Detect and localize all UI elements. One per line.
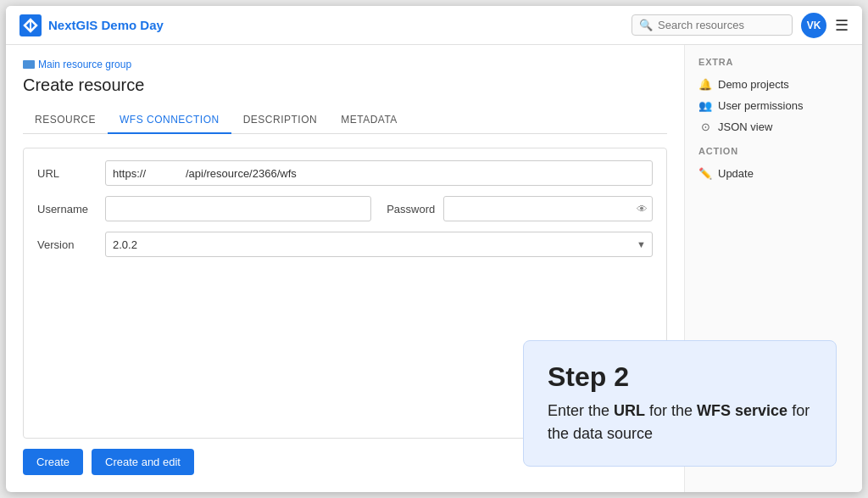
version-row: Version 2.0.2 1.1.0 1.0.0 ▼ (37, 232, 653, 257)
version-label: Version (37, 238, 97, 251)
hint-box: Step 2 Enter the URL for the WFS service… (523, 340, 837, 467)
url-input[interactable] (105, 160, 653, 186)
sidebar-item-demo-projects[interactable]: 🔔 Demo projects (698, 74, 849, 95)
tab-description[interactable]: DESCRIPTION (231, 107, 330, 134)
password-input[interactable] (443, 196, 653, 221)
hamburger-menu[interactable]: ☰ (835, 18, 849, 33)
demo-projects-icon: 🔔 (698, 78, 712, 91)
username-label: Username (37, 203, 97, 215)
user-avatar[interactable]: VK (801, 13, 826, 38)
url-label: URL (37, 167, 97, 180)
password-label: Password (380, 203, 435, 215)
sidebar-item-json-view[interactable]: ⊙ JSON view (698, 116, 849, 137)
user-permissions-icon: 👥 (698, 99, 712, 112)
logo: NextGIS Demo Day (19, 14, 164, 36)
hint-wfs-bold: WFS service (697, 402, 787, 419)
create-edit-button[interactable]: Create and edit (92, 449, 194, 475)
search-icon: 🔍 (639, 19, 653, 31)
body-wrapper: Main resource group Create resource RESO… (6, 45, 862, 492)
tab-metadata[interactable]: METADATA (329, 107, 409, 134)
credentials-row: Username Password 👁 (37, 196, 653, 221)
header: NextGIS Demo Day 🔍 VK ☰ (6, 6, 862, 45)
hint-step: Step 2 (548, 361, 812, 393)
extra-section-title: EXTRA (698, 57, 849, 67)
tabs-bar: RESOURCE WFS CONNECTION DESCRIPTION META… (23, 107, 667, 134)
action-section-title: ACTION (698, 146, 849, 156)
header-actions: VK ☰ (801, 13, 849, 38)
folder-icon (23, 60, 35, 69)
app-title: NextGIS Demo Day (48, 18, 164, 32)
url-row: URL (37, 160, 653, 186)
tab-resource[interactable]: RESOURCE (23, 107, 108, 134)
version-select-wrapper: 2.0.2 1.1.0 1.0.0 ▼ (105, 232, 653, 257)
json-view-icon: ⊙ (698, 120, 712, 133)
app-window: NextGIS Demo Day 🔍 VK ☰ Main resource gr… (6, 6, 862, 492)
logo-icon (19, 14, 42, 36)
hint-url-bold: URL (614, 402, 645, 419)
page-title: Create resource (23, 76, 667, 95)
update-icon: ✏️ (698, 167, 712, 180)
hint-text: Enter the URL for the WFS service for th… (548, 400, 812, 445)
breadcrumb: Main resource group (23, 59, 667, 70)
search-box: 🔍 (632, 14, 793, 36)
eye-icon[interactable]: 👁 (637, 203, 648, 215)
password-wrapper: 👁 (443, 196, 653, 221)
sidebar-item-update[interactable]: ✏️ Update (698, 163, 849, 184)
username-input[interactable] (105, 196, 371, 221)
tab-wfs-connection[interactable]: WFS CONNECTION (108, 107, 231, 134)
create-button[interactable]: Create (23, 449, 83, 475)
sidebar-item-user-permissions[interactable]: 👥 User permissions (698, 95, 849, 116)
version-select[interactable]: 2.0.2 1.1.0 1.0.0 (105, 232, 653, 257)
search-input[interactable] (658, 19, 785, 31)
